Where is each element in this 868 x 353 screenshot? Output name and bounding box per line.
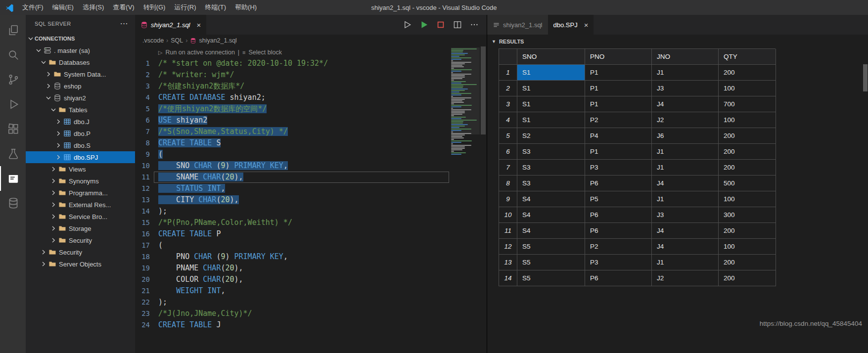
- row-number[interactable]: 4: [499, 112, 517, 128]
- row-number[interactable]: 2: [499, 81, 517, 96]
- run-debug-icon[interactable]: [0, 92, 26, 117]
- row-number[interactable]: 9: [499, 191, 517, 207]
- tree-item-dbo-s[interactable]: dbo.S: [26, 139, 135, 151]
- result-cell[interactable]: J1: [652, 144, 719, 160]
- tree-item-security-db[interactable]: Security: [26, 234, 135, 246]
- codelens-select-link[interactable]: Select block: [249, 47, 282, 58]
- result-cell[interactable]: P5: [585, 191, 652, 207]
- minimap[interactable]: [451, 46, 480, 155]
- result-cell[interactable]: 100: [719, 191, 776, 207]
- tree-item-external-resources[interactable]: External Res...: [26, 199, 135, 211]
- result-cell[interactable]: 200: [719, 65, 776, 81]
- row-number[interactable]: 3: [499, 96, 517, 112]
- result-cell[interactable]: J4: [652, 96, 719, 112]
- results-section-header[interactable]: ▼ RESULTS: [487, 35, 868, 48]
- tree-item-views[interactable]: Views: [26, 163, 135, 175]
- tree-item-dbo-spj[interactable]: dbo.SPJ: [26, 151, 135, 163]
- menu-go[interactable]: 转到(G): [139, 0, 170, 15]
- menu-terminal[interactable]: 终端(T): [200, 0, 230, 15]
- code-editor[interactable]: ▷ Run on active connection | ≡ Select bl…: [135, 46, 487, 353]
- tree-item-programmability[interactable]: Programma...: [26, 187, 135, 199]
- result-cell[interactable]: P2: [585, 112, 652, 128]
- cancel-query-icon[interactable]: [435, 19, 446, 30]
- menu-edit[interactable]: 编辑(E): [48, 0, 78, 15]
- menu-run[interactable]: 运行(R): [170, 0, 200, 15]
- result-cell[interactable]: P6: [585, 223, 652, 239]
- result-cell[interactable]: S1: [517, 65, 585, 81]
- row-number[interactable]: 10: [499, 207, 517, 223]
- codelens-run-link[interactable]: Run on active connection: [165, 47, 234, 58]
- result-cell[interactable]: J1: [652, 255, 719, 270]
- result-cell[interactable]: P4: [585, 128, 652, 144]
- result-cell[interactable]: P6: [585, 207, 652, 223]
- run-query-icon[interactable]: [402, 19, 412, 30]
- result-cell[interactable]: S4: [517, 191, 585, 207]
- result-cell[interactable]: P1: [585, 96, 652, 112]
- result-cell[interactable]: S4: [517, 223, 585, 239]
- result-cell[interactable]: 200: [719, 160, 776, 176]
- result-cell[interactable]: 200: [719, 144, 776, 160]
- tree-item-synonyms[interactable]: Synonyms: [26, 175, 135, 187]
- results-scrollbar-thumb[interactable]: [863, 64, 868, 91]
- result-cell[interactable]: S2: [517, 128, 585, 144]
- column-header-pno[interactable]: PNO: [585, 49, 652, 65]
- breadcrumb-item-2[interactable]: shiyan2_1.sql: [199, 37, 236, 44]
- row-number[interactable]: 12: [499, 239, 517, 255]
- tab-shiyan2-1-sql[interactable]: shiyan2_1.sql ×: [135, 15, 206, 35]
- menu-selection[interactable]: 选择(S): [78, 0, 108, 15]
- result-cell[interactable]: J1: [652, 160, 719, 176]
- row-number[interactable]: 11: [499, 223, 517, 239]
- result-cell[interactable]: 100: [719, 239, 776, 255]
- close-icon[interactable]: ×: [584, 21, 589, 29]
- result-cell[interactable]: S5: [517, 255, 585, 270]
- tree-item-databases[interactable]: Databases: [26, 56, 135, 68]
- result-cell[interactable]: P6: [585, 270, 652, 286]
- search-icon[interactable]: [0, 43, 26, 67]
- test-flask-icon[interactable]: [0, 141, 26, 166]
- result-cell[interactable]: 300: [719, 207, 776, 223]
- column-header-jno[interactable]: JNO: [652, 49, 719, 65]
- source-control-icon[interactable]: [0, 67, 26, 92]
- result-cell[interactable]: 100: [719, 81, 776, 96]
- result-cell[interactable]: P2: [585, 239, 652, 255]
- row-number[interactable]: 13: [499, 255, 517, 270]
- more-actions-icon[interactable]: [469, 19, 480, 30]
- result-cell[interactable]: S3: [517, 176, 585, 191]
- tree-item-system-databases[interactable]: System Data...: [26, 68, 135, 80]
- menu-file[interactable]: 文件(F): [18, 0, 48, 15]
- result-cell[interactable]: J3: [652, 207, 719, 223]
- result-cell[interactable]: 700: [719, 96, 776, 112]
- sql-server-icon[interactable]: [0, 166, 26, 191]
- column-header-sno[interactable]: SNO: [517, 49, 585, 65]
- result-cell[interactable]: J6: [652, 128, 719, 144]
- result-cell[interactable]: 500: [719, 176, 776, 191]
- result-cell[interactable]: J2: [652, 270, 719, 286]
- result-cell[interactable]: 100: [719, 112, 776, 128]
- result-cell[interactable]: P3: [585, 255, 652, 270]
- result-cell[interactable]: J2: [652, 112, 719, 128]
- close-icon[interactable]: ×: [197, 21, 201, 29]
- scrollbar-thumb[interactable]: [481, 46, 486, 134]
- result-cell[interactable]: P1: [585, 81, 652, 96]
- row-number[interactable]: 14: [499, 270, 517, 286]
- breadcrumb-item-0[interactable]: .vscode: [142, 37, 164, 44]
- result-cell[interactable]: J3: [652, 81, 719, 96]
- result-cell[interactable]: J4: [652, 239, 719, 255]
- tree-item-service-broker[interactable]: Service Bro...: [26, 211, 135, 222]
- split-editor-icon[interactable]: [452, 19, 463, 30]
- result-cell[interactable]: J4: [652, 223, 719, 239]
- tree-item-dbo-j[interactable]: dbo.J: [26, 116, 135, 128]
- result-cell[interactable]: S1: [517, 96, 585, 112]
- result-cell[interactable]: 200: [719, 223, 776, 239]
- result-cell[interactable]: S1: [517, 112, 585, 128]
- menu-view[interactable]: 查看(V): [108, 0, 138, 15]
- row-number[interactable]: 7: [499, 160, 517, 176]
- result-cell[interactable]: S5: [517, 239, 585, 255]
- connections-section-header[interactable]: CONNECTIONS: [26, 33, 135, 44]
- result-cell[interactable]: S4: [517, 207, 585, 223]
- row-number[interactable]: 8: [499, 176, 517, 191]
- tree-item-master[interactable]: . master (sa): [26, 44, 135, 56]
- tree-item-eshop[interactable]: eshop: [26, 80, 135, 92]
- extensions-icon[interactable]: [0, 117, 26, 141]
- result-cell[interactable]: P6: [585, 176, 652, 191]
